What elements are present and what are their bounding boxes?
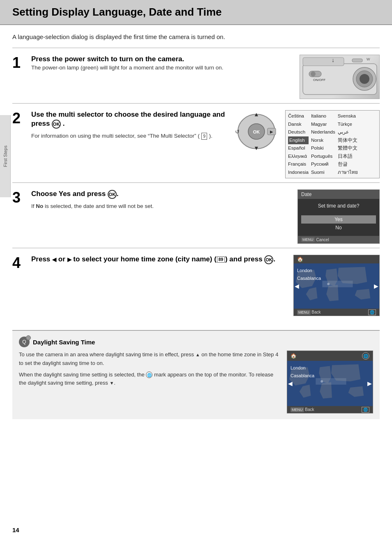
lang-japanese: 日本語	[338, 152, 358, 161]
step-4-section: 4 Press or to select your home time zone…	[12, 248, 380, 320]
date-screen-prompt: Set time and date?	[318, 203, 360, 209]
map-arrow-left-2: ◀	[288, 380, 293, 387]
page-number: 14	[12, 526, 19, 533]
date-screen: Date Set time and date? Yes No MENU Canc…	[297, 189, 380, 244]
step-1-section: 1 Press the power switch to turn on the …	[12, 48, 380, 103]
ok-symbol-title: OK	[52, 120, 61, 129]
arrow-right-icon	[67, 255, 71, 263]
step-2-body: Use the multi selector to choose the des…	[31, 110, 380, 178]
svg-rect-21	[316, 378, 346, 385]
lang-cestina: Čeština	[288, 112, 309, 120]
lang-arabic: عربي	[338, 128, 358, 136]
step-1-desc: The power-on lamp (green) will light for…	[31, 64, 228, 72]
map-screen-2-footer: MENU Back 🌐	[287, 406, 373, 413]
lang-suomi: Suomi	[311, 168, 335, 177]
lang-col-2: Italiano Magyar Nederlands Norsk Polski …	[311, 112, 335, 176]
lang-nederlands: Nederlands	[311, 128, 335, 136]
svg-point-20	[327, 283, 330, 285]
sidebar-label: First Steps	[3, 145, 8, 167]
language-grid: Čeština Dansk Deutsch English Español Ελ…	[285, 110, 380, 178]
lang-korean: 한글	[338, 160, 358, 168]
step-1-image: ON/OFF ↓ W	[300, 55, 380, 99]
svg-rect-19	[322, 281, 353, 287]
menu-label-map2: MENU	[291, 407, 304, 412]
dst-icon-header: 🌐	[362, 352, 369, 360]
map-arrow-left-1: ◀	[295, 283, 299, 289]
svg-text:▼: ▼	[254, 145, 259, 151]
step-3-section: 3 Choose Yes and press OK. If No is sele…	[12, 182, 380, 248]
svg-rect-10	[352, 59, 362, 62]
note-header: Q Daylight Saving Time	[19, 337, 373, 347]
lang-indonesia: Indonesia	[288, 168, 309, 177]
svg-text:ON/OFF: ON/OFF	[313, 78, 325, 82]
step-1-left: Press the power switch to turn on the ca…	[31, 55, 293, 72]
lang-col-1: Čeština Dansk Deutsch English Español Ελ…	[288, 112, 309, 176]
arrow-left-icon	[52, 255, 56, 263]
note-title: Daylight Saving Time	[33, 339, 95, 346]
lang-portugues: Português	[311, 152, 335, 161]
step-4-title: Press or to select your home time zone (…	[31, 255, 285, 264]
step-1-body: Press the power switch to turn on the ca…	[31, 55, 380, 99]
date-option-yes: Yes	[301, 215, 376, 224]
step-4-body: Press or to select your home time zone (…	[31, 255, 380, 316]
note-para-1: To use the camera in an area where dayli…	[19, 351, 279, 367]
note-content-row: To use the camera in an area where dayli…	[19, 351, 373, 413]
step-4-left: Press or to select your home time zone (…	[31, 255, 285, 264]
lang-deutsch: Deutsch	[288, 128, 309, 136]
step-2-row: 2 Use the multi selector to choose the d…	[12, 110, 380, 178]
dst-mark: 🌐	[146, 372, 152, 378]
map-back-label-2: Back	[305, 407, 314, 412]
svg-point-3	[360, 74, 369, 84]
map-screen-1-footer: MENU Back 🌐	[294, 309, 379, 316]
step-4-content-row: Press or to select your home time zone (…	[31, 255, 380, 316]
date-screen-footer: MENU Cancel	[298, 236, 379, 243]
lang-turkce: Türkçe	[338, 120, 358, 129]
svg-text:OK: OK	[253, 129, 260, 134]
lang-chinese-simplified: 简体中文	[338, 136, 358, 145]
daylight-saving-icon: Q	[19, 337, 30, 347]
svg-text:▲: ▲	[254, 111, 259, 118]
map-back-label-1: Back	[311, 310, 321, 314]
page-title: Setting Display Language, Date and Time	[12, 6, 380, 18]
map-screen-2-header: 🏠 🌐	[287, 351, 373, 361]
arrow-down-icon-note	[109, 380, 114, 386]
page-content: A language-selection dialog is displayed…	[0, 25, 392, 427]
svg-point-7	[311, 72, 316, 76]
svg-rect-4	[303, 58, 344, 66]
menu-label-map1: MENU	[297, 310, 311, 315]
date-option-no: No	[301, 224, 376, 232]
map-icon-2: 🌐	[362, 407, 369, 413]
lang-english: English	[288, 136, 309, 145]
map-screen-1-header: 🏠	[294, 255, 379, 263]
dst-box-icon: 🌐	[362, 352, 369, 360]
step-4-row: 4 Press or to select your home time zone…	[12, 255, 380, 316]
step-4-number: 4	[12, 255, 31, 270]
svg-point-22	[321, 380, 323, 383]
ok-symbol-step3: OK	[108, 190, 117, 199]
step-1-number: 1	[12, 55, 31, 70]
map-cities-1: London Casablanca	[297, 267, 321, 282]
lang-dansk: Dansk	[288, 120, 309, 129]
camera-top-svg: ON/OFF ↓ W	[301, 55, 379, 99]
daylight-icon-label: Q	[22, 339, 26, 345]
lang-col-3: Svenska Türkçe عربي 简体中文 繁體中文 日本語 한글 ภาษ…	[338, 112, 358, 176]
sidebar: First Steps	[0, 115, 11, 197]
note-text-block: To use the camera in an area where dayli…	[19, 351, 279, 390]
lang-svenska: Svenska	[338, 112, 358, 120]
lang-columns: Čeština Dansk Deutsch English Español Ελ…	[288, 112, 377, 176]
step-2-section: 2 Use the multi selector to choose the d…	[12, 103, 380, 182]
date-screen-body: Set time and date? Yes No	[298, 199, 379, 236]
multi-selector-illustration: OK ▲ ▼ ↺ ▶	[232, 110, 281, 151]
date-screen-options: Yes No	[301, 215, 376, 232]
step-1-title: Press the power switch to turn on the ca…	[31, 55, 293, 64]
step-3-body: Choose Yes and press OK. If No is select…	[31, 189, 380, 244]
map-icon-1: 🌐	[368, 309, 376, 315]
city-london-2: London	[291, 364, 314, 372]
city-casablanca: Casablanca	[297, 275, 321, 282]
step-2-left: Use the multi selector to choose the des…	[31, 110, 228, 140]
step-3-left: Choose Yes and press OK. If No is select…	[31, 189, 289, 210]
lang-francais: Français	[288, 160, 309, 168]
lang-polski: Polski	[311, 144, 335, 152]
lang-magyar: Magyar	[311, 120, 335, 129]
step-2-title: Use the multi selector to choose the des…	[31, 110, 228, 129]
